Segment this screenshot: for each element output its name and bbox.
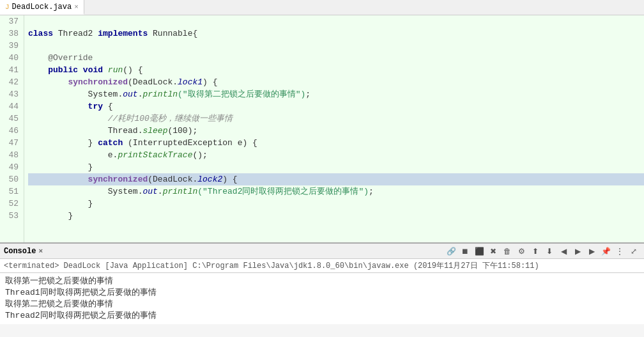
line-number: 52 xyxy=(5,198,19,210)
code-token: class xyxy=(28,27,53,40)
code-token: println xyxy=(142,88,178,100)
code-token: out xyxy=(142,185,157,198)
terminate-button[interactable]: ⬛ xyxy=(473,245,486,258)
scroll4-button[interactable]: ▶ xyxy=(571,245,584,258)
output-line: 取得第二把锁之后要做的事情 xyxy=(5,299,639,310)
console-output: 取得第一把锁之后要做的事情Thread1同时取得两把锁之后要做的事情取得第二把锁… xyxy=(0,273,644,324)
code-line: } xyxy=(28,210,644,222)
scroll2-button[interactable]: ⬇ xyxy=(543,245,556,258)
code-token: Thread2 xyxy=(53,27,98,40)
more-button[interactable]: ⋮ xyxy=(613,245,626,258)
code-token: lock1 xyxy=(178,76,203,88)
code-line: } xyxy=(28,198,644,210)
code-token: } xyxy=(28,137,98,149)
console-status: <terminated> DeadLock [Java Application]… xyxy=(0,259,644,273)
code-line: synchronized(DeadLock.lock1) { xyxy=(28,76,644,88)
code-content[interactable]: class Thread2 implements Runnable{ @Over… xyxy=(24,15,644,242)
editor-tab[interactable]: J DeadLock.java × xyxy=(0,0,84,15)
code-token: (100); xyxy=(167,125,197,137)
code-token: ) { xyxy=(222,173,237,185)
console-bar: Console × 🔗 ⏹ ⬛ ✖ 🗑 ⚙ ⬆ ⬇ ◀ ▶ ▶ 📌 ⋮ ⤢ xyxy=(0,242,644,259)
code-line: } catch (InterruptedException e) { xyxy=(28,137,644,149)
console-tab[interactable]: Console × xyxy=(4,247,43,256)
code-token: catch xyxy=(98,137,123,149)
code-token: synchronized xyxy=(28,76,128,88)
output-line: 取得第一把锁之后要做的事情 xyxy=(5,276,639,287)
code-token: run xyxy=(108,64,123,76)
line-number: 49 xyxy=(5,161,19,173)
console-status-text: <terminated> DeadLock [Java Application]… xyxy=(4,260,539,271)
line-numbers: 3738394041424344454647484950515253 xyxy=(0,15,24,242)
code-token: Thread. xyxy=(28,125,142,137)
code-line: System.out.println("取得第二把锁之后要做的事情"); xyxy=(28,88,644,100)
code-line: try { xyxy=(28,100,644,113)
remove-button[interactable]: ✖ xyxy=(487,245,500,258)
line-number: 39 xyxy=(5,40,19,52)
pin-button[interactable]: 📌 xyxy=(599,245,612,258)
code-line: System.out.println("Thread2同时取得两把锁之后要做的事… xyxy=(28,185,644,198)
scroll1-button[interactable]: ⬆ xyxy=(529,245,542,258)
code-line: } xyxy=(28,161,644,173)
code-token: Runnable{ xyxy=(148,27,197,40)
code-token: System. xyxy=(28,88,123,100)
line-number: 47 xyxy=(5,137,19,149)
tab-filename: DeadLock.java xyxy=(12,3,72,12)
output-line: Thread1同时取得两把锁之后要做的事情 xyxy=(5,287,639,299)
line-number: 44 xyxy=(5,100,19,113)
code-token xyxy=(103,64,108,76)
scroll3-button[interactable]: ◀ xyxy=(557,245,570,258)
line-number: 45 xyxy=(5,113,19,125)
line-number: 46 xyxy=(5,125,19,137)
code-editor: 3738394041424344454647484950515253 class… xyxy=(0,15,644,242)
code-token: @Override xyxy=(28,52,93,64)
code-token xyxy=(78,64,83,76)
code-token: synchronized xyxy=(28,173,148,185)
code-line: e.printStackTrace(); xyxy=(28,149,644,161)
link-button[interactable]: 🔗 xyxy=(445,245,457,258)
code-token: lock2 xyxy=(197,173,222,185)
tab-close-button[interactable]: × xyxy=(74,3,79,11)
code-line: @Override xyxy=(28,52,644,64)
line-number: 48 xyxy=(5,149,19,161)
tab-bar: J DeadLock.java × xyxy=(0,0,644,15)
line-number: 53 xyxy=(5,210,19,222)
code-token: println xyxy=(163,185,198,198)
code-line: //耗时100毫秒，继续做一些事情 xyxy=(28,113,644,125)
clear-button[interactable]: 🗑 xyxy=(501,245,514,258)
code-token: ("取得第二把锁之后要做的事情") xyxy=(178,88,305,100)
code-line: public void run() { xyxy=(28,64,644,76)
code-token: void xyxy=(83,64,103,76)
code-token: out xyxy=(123,88,137,100)
code-token: (DeadLock. xyxy=(148,173,197,185)
code-token: (InterruptedException e) { xyxy=(123,137,257,149)
java-file-icon: J xyxy=(5,3,10,11)
code-token: ) { xyxy=(203,76,217,88)
code-token: public xyxy=(28,64,78,76)
code-line: synchronized(DeadLock.lock2) { xyxy=(28,173,644,185)
console-toolbar: 🔗 ⏹ ⬛ ✖ 🗑 ⚙ ⬆ ⬇ ◀ ▶ ▶ 📌 ⋮ ⤢ xyxy=(445,245,640,258)
code-line: Thread.sleep(100); xyxy=(28,125,644,137)
console-close-button[interactable]: × xyxy=(38,247,43,255)
code-token: } xyxy=(28,161,93,173)
code-token: } xyxy=(28,210,73,222)
code-token: (); xyxy=(192,149,207,161)
line-number: 51 xyxy=(5,185,19,198)
line-number: 42 xyxy=(5,76,19,88)
expand-button[interactable]: ⤢ xyxy=(627,245,640,258)
code-token: implements xyxy=(98,27,148,40)
stop-button[interactable]: ⏹ xyxy=(459,245,471,258)
line-number: 38 xyxy=(5,27,19,40)
props-button[interactable]: ⚙ xyxy=(515,245,528,258)
code-area: 3738394041424344454647484950515253 class… xyxy=(0,15,644,242)
line-number: 40 xyxy=(5,52,19,64)
code-line xyxy=(28,15,644,27)
line-number: 50 xyxy=(5,173,19,185)
run-button[interactable]: ▶ xyxy=(585,245,598,258)
line-number: 37 xyxy=(5,15,19,27)
code-token: (DeadLock. xyxy=(128,76,178,88)
code-token: //耗时100毫秒，继续做一些事情 xyxy=(28,113,233,125)
code-token: try xyxy=(28,100,103,113)
code-line: class Thread2 implements Runnable{ xyxy=(28,27,644,40)
code-token: . xyxy=(158,185,163,198)
code-token: printStackTrace xyxy=(118,149,192,161)
